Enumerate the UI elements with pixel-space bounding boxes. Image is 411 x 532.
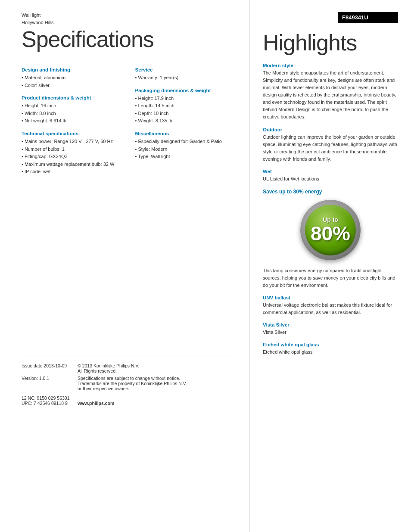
unv-text: Universal voltage electronic ballast mak…	[263, 302, 398, 316]
outdoor-text: Outdoor lighting can improve the look of…	[263, 134, 398, 163]
vista-text: Vista Silver	[263, 329, 398, 336]
footer-nc: 12 NC: 9150 029 56301 UPC: 7 42546 09118…	[22, 395, 78, 406]
product-dims-list: Height: 16 inch Width: 8.0 inch Net weig…	[22, 102, 131, 125]
technical-item-3: Maximum wattage replacement bulb: 32 W	[22, 161, 131, 168]
badge-percent-text: 80%	[311, 224, 350, 243]
saves-energy-label: Saves up to 80% energy	[263, 189, 398, 195]
packaging-item-2: Depth: 10 inch	[135, 110, 237, 118]
badge-outer: Up to 80%	[300, 200, 361, 260]
product-dims-item-0: Height: 16 inch	[22, 102, 131, 110]
technical-list: Mains power: Range 120 V - 277 V, 60 Hz …	[22, 138, 131, 176]
packaging-item-1: Length: 14.5 inch	[135, 102, 237, 110]
etched-text: Etched white opal glass	[263, 348, 398, 356]
misc-item-0: Especially designed for: Garden & Patio	[135, 138, 237, 146]
service-heading: Service	[135, 67, 237, 72]
outdoor-heading: Outdoor	[263, 127, 398, 132]
footer-specs-note: Specifications are subject to change wit…	[78, 376, 237, 391]
technical-heading: Technical specifications	[22, 131, 131, 136]
highlights-title: Highlights	[263, 31, 398, 55]
footer-copyright: © 2013 Koninklijke Philips N.V. All Righ…	[78, 363, 237, 373]
vista-heading: Vista Silver	[263, 322, 398, 327]
specs-right-column: Service Warranty: 1 year(s) Packaging di…	[131, 61, 237, 176]
technical-item-2: Fitting/cap: GX24Q3	[22, 153, 131, 161]
product-dims-item-2: Net weight: 6.614 lb	[22, 117, 131, 125]
misc-heading: Miscellaneous	[135, 131, 237, 136]
footer-version-label: Version: 1.0.1	[22, 376, 78, 391]
wet-heading: Wet	[263, 169, 398, 174]
right-column: F849341U Highlights Modern style The Mod…	[250, 0, 411, 532]
product-type: Wall light	[22, 12, 237, 19]
wet-text: UL Listed for Wet locations	[263, 175, 398, 183]
misc-list: Especially designed for: Garden & Patio …	[135, 138, 237, 161]
technical-item-4: IP code: wet	[22, 168, 131, 176]
left-column: Wall light Hollywood Hills Specification…	[0, 0, 250, 532]
product-code: F849341U	[338, 12, 398, 23]
technical-item-1: Number of bulbs: 1	[22, 146, 131, 153]
service-item-0: Warranty: 1 year(s)	[135, 74, 237, 82]
modern-style-heading: Modern style	[263, 63, 398, 68]
product-dims-item-1: Width: 8.0 inch	[22, 110, 131, 118]
misc-item-2: Type: Wall light	[135, 153, 237, 161]
footer-website: www.philips.com	[78, 401, 237, 406]
page-title: Specifications	[22, 27, 237, 52]
badge-inner: Up to 80%	[305, 205, 356, 255]
product-dims-heading: Product dimensions & weight	[22, 95, 131, 100]
badge-up-to-text: Up to	[323, 217, 338, 223]
packaging-item-3: Weight: 8.135 lb	[135, 117, 237, 125]
energy-text: This lamp conserves energy compared to t…	[263, 267, 398, 289]
product-name: Hollywood Hills	[22, 19, 237, 26]
specs-left-column: Design and finishing Material: aluminium…	[22, 61, 131, 176]
energy-badge-container: Up to 80%	[263, 200, 398, 260]
etched-heading: Etched white opal glass	[263, 342, 398, 347]
design-list: Material: aluminium Color: silver	[22, 74, 131, 89]
packaging-heading: Packaging dimensions & weight	[135, 88, 237, 93]
technical-item-0: Mains power: Range 120 V - 277 V, 60 Hz	[22, 138, 131, 146]
misc-item-1: Style: Modern	[135, 146, 237, 153]
unv-heading: UNV ballast	[263, 295, 398, 300]
design-item-1: Color: silver	[22, 82, 131, 90]
design-heading: Design and finishing	[22, 67, 131, 72]
packaging-list: Height: 17.9 inch Length: 14.5 inch Dept…	[135, 95, 237, 125]
footer-issue-label: Issue date 2013-10-09	[22, 363, 78, 373]
service-list: Warranty: 1 year(s)	[135, 74, 237, 82]
design-item-0: Material: aluminium	[22, 74, 131, 82]
modern-style-text: The Modern style encapsulates the art of…	[263, 69, 398, 121]
packaging-item-0: Height: 17.9 inch	[135, 95, 237, 103]
